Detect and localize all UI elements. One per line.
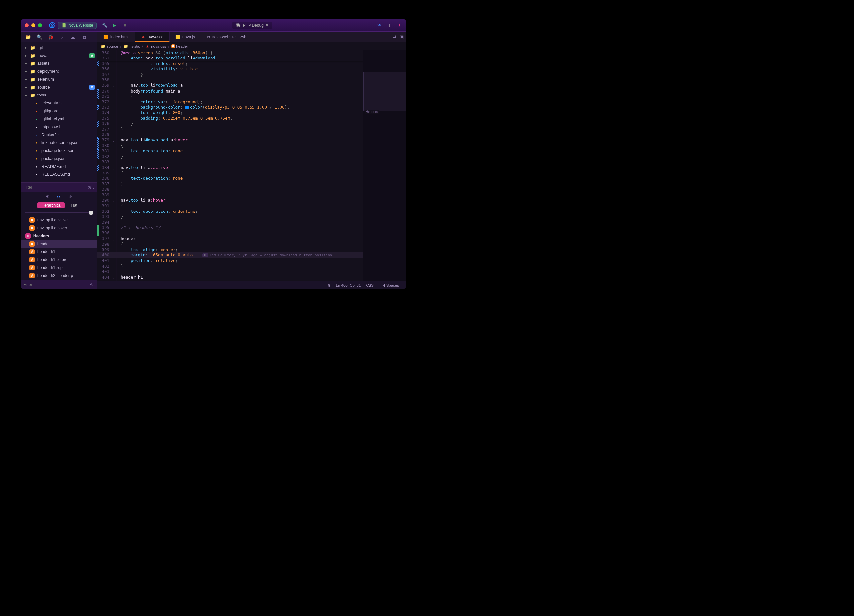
tree-item[interactable]: ▪.eleventy.js [21,99,97,107]
symbols-list[interactable]: #nav.top li a:active#nav.top li a:hoverH… [21,216,97,280]
flat-toggle[interactable]: Flat [67,202,81,208]
code-line[interactable]: 396 [98,230,363,236]
minimize-window-button[interactable] [31,23,35,27]
code-line[interactable]: 402} [98,264,363,269]
symbol-item[interactable]: #nav.top li a:hover [21,224,97,232]
status-cursor-position[interactable]: Ln 400, Col 31 [336,283,361,287]
symbol-mode-all-icon[interactable]: ✱ [45,194,49,199]
code-line[interactable]: 405{ [98,280,363,281]
breadcrumb[interactable]: 📁source/📁_static/🔺nova.css/#header [98,42,406,50]
zoom-window-button[interactable] [38,23,42,27]
file-tree[interactable]: ▶📁.git▶📁.novaA▶📁assets▶📁deployment▶📁sele… [21,42,97,182]
code-line[interactable]: 380{ [98,143,363,148]
editor-tab[interactable]: 🟧index.html [98,32,135,42]
clock-icon[interactable]: ◷ [88,185,91,190]
tree-item[interactable]: ▶📁tools [21,91,97,99]
files-tab-icon[interactable]: 📁 [26,34,31,40]
status-language[interactable]: CSS ⌄ [366,283,378,287]
minimap[interactable]: Headers [363,50,406,281]
symbols-filter-input[interactable] [23,282,88,287]
cloud-tab-icon[interactable]: ☁ [70,34,76,40]
status-indentation[interactable]: 4 Spaces ⌄ [383,283,403,287]
editor-tab[interactable]: ⧉nova-website – zsh [201,32,253,42]
symbol-item[interactable]: #header h1:before [21,256,97,264]
add-icon[interactable]: ✦ [396,23,402,28]
code-line[interactable]: 368 [98,77,363,82]
breadcrumb-item[interactable]: 🔺nova.css [145,44,166,49]
symbol-item[interactable]: #header h2, header p [21,271,97,280]
editor-tab[interactable]: 🔺nova.css [135,32,169,42]
code-editor[interactable]: 360@media screen && (min-width: 360px) {… [98,50,363,281]
sticky-line[interactable]: 361 #home nav.top.scrolled li#download [98,55,363,61]
close-window-button[interactable] [25,23,29,27]
debug-config-select[interactable]: 🐘 PHP Debug ⇅ [232,22,272,29]
case-icon[interactable]: Aa [90,282,95,287]
hierarchical-toggle[interactable]: Hierarchical [37,202,65,208]
code-line[interactable]: 379⌄nav.top li#download a:hover [98,137,363,143]
scm-filter-icon[interactable]: ⬨ [92,185,95,190]
code-line[interactable]: 400 margin: .65em auto 0 auto; TCTim Cou… [98,253,363,258]
panels-icon[interactable]: ◫ [386,23,392,28]
minimap-viewport[interactable] [363,72,406,111]
code-line[interactable]: 378 [98,132,363,137]
layout-icon[interactable]: ▣ [400,34,404,39]
file-filter-input[interactable] [23,185,85,190]
symbol-mode-warn-icon[interactable]: ⚠ [69,194,73,199]
code-line[interactable]: 366 visibility: visible; [98,66,363,72]
breadcrumb-item[interactable]: 📁_static [123,44,140,49]
fold-chevron-icon[interactable]: ⌄ [113,139,114,142]
tree-item[interactable]: ▶📁sourceM [21,83,97,91]
tree-item[interactable]: ▶📁selenium [21,75,97,83]
tree-item[interactable]: ▶📁assets [21,59,97,67]
tree-item[interactable]: ▶📁.novaA [21,52,97,59]
code-line[interactable]: 394 [98,220,363,225]
fold-chevron-icon[interactable]: ⌄ [113,84,114,87]
fold-chevron-icon[interactable]: ⌄ [113,276,114,279]
symbol-item[interactable]: #nav.top li a:active [21,216,97,224]
code-line[interactable]: 397⌄header [98,236,363,242]
tree-item[interactable]: ▶📁.git [21,44,97,52]
sticky-line[interactable]: 360@media screen && (min-width: 360px) { [98,50,363,55]
project-tab[interactable]: 📗 Nova Website [58,22,96,29]
run-icon[interactable]: ▶ [112,23,117,28]
breadcrumb-item[interactable]: 📁source [101,44,118,49]
code-line[interactable]: 374 font-weight: 800; [98,110,363,115]
search-tab-icon[interactable]: 🔍 [37,34,42,40]
code-line[interactable]: 392 text-decoration: underline; [98,209,363,214]
code-line[interactable]: 391{ [98,203,363,209]
code-line[interactable]: 367 } [98,72,363,77]
scm-tab-icon[interactable]: ⬨ [59,34,64,40]
code-line[interactable]: 377} [98,127,363,132]
symbol-mode-nav-icon[interactable]: ☷ [57,194,61,199]
status-target-icon[interactable]: ⊕ [328,283,331,288]
tree-item[interactable]: ▪package.json [21,155,97,163]
symbol-item[interactable]: HHeaders [21,232,97,240]
code-line[interactable]: 398{ [98,242,363,247]
editor-tab[interactable]: 🟨nova.js [169,32,201,42]
code-line[interactable]: 384⌄nav.top li a:active [98,165,363,171]
stop-icon[interactable]: ■ [122,23,128,28]
code-line[interactable]: 371 { [98,94,363,99]
code-line[interactable]: 370 body#notfound main a [98,88,363,94]
code-line[interactable]: 389 [98,192,363,198]
clips-tab-icon[interactable]: ▦ [82,34,87,40]
symbol-item[interactable]: #header h1 [21,248,97,256]
symbol-item[interactable]: #header [21,240,97,248]
tree-item[interactable]: ▪.gitignore [21,107,97,115]
split-icon[interactable]: ⇄ [393,34,396,39]
code-line[interactable]: 388 [98,187,363,192]
code-line[interactable]: 383 [98,159,363,165]
tree-item[interactable]: ▪package-lock.json [21,147,97,155]
preview-icon[interactable]: 👁 [377,23,383,28]
code-line[interactable]: 385{ [98,171,363,176]
code-line[interactable]: 390⌄nav.top li a:hover [98,198,363,203]
tree-item[interactable]: ▪Dockerfile [21,131,97,139]
code-line[interactable]: 403 [98,269,363,274]
tree-item[interactable]: ▪linkinator.config.json [21,139,97,147]
symbol-item[interactable]: #header h1 sup [21,264,97,271]
issues-tab-icon[interactable]: 🐞 [48,34,53,40]
code-line[interactable]: 401 position: relative; [98,258,363,264]
code-line[interactable]: 395/* !— Headers */ [98,225,363,230]
code-line[interactable]: 369⌄ nav.top li#download a, [98,82,363,88]
tool-icon[interactable]: 🔧 [102,23,108,28]
